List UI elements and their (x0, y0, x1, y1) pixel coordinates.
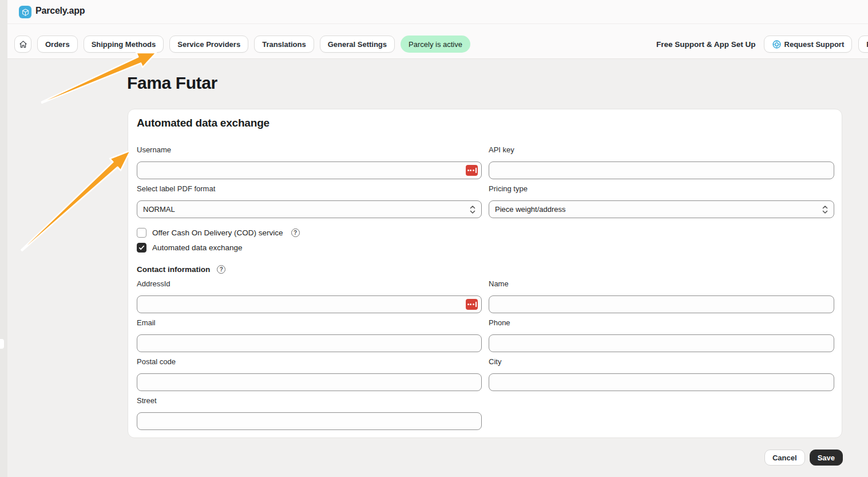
service-provider-settings-card: Automated data exchange Automated data e… (128, 109, 842, 438)
top-bar: Parcely.app Orders Shipping Methods Serv… (0, 0, 868, 59)
api-key-input[interactable] (489, 161, 834, 179)
cod-service-row: Offer Cash On Delivery (COD) service ? (137, 228, 300, 238)
automated-data-exchange-row: Automated data exchange (137, 243, 243, 253)
password-manager-autofill-icon[interactable] (466, 299, 478, 310)
home-button[interactable] (14, 36, 31, 53)
annotation-arrow (21, 151, 130, 251)
tab-translations[interactable]: Translations (254, 36, 314, 53)
tab-service-providers[interactable]: Service Providers (169, 36, 248, 53)
faq-button[interactable]: FAQ (858, 36, 868, 53)
postal-code-label: Postal code (137, 357, 176, 366)
request-support-button[interactable]: Request Support (764, 36, 853, 53)
postal-code-input[interactable] (137, 373, 482, 391)
cancel-button[interactable]: Cancel (764, 450, 805, 466)
username-label: Username (137, 145, 171, 154)
phone-label: Phone (489, 318, 510, 327)
pdf-format-label: Select label PDF format (137, 184, 215, 193)
contact-help-icon[interactable]: ? (217, 265, 225, 274)
api-key-label: API key (489, 145, 514, 154)
app-header: Parcely.app (0, 0, 868, 24)
cod-service-label: Offer Cash On Delivery (COD) service (152, 228, 283, 237)
street-input[interactable] (137, 412, 482, 430)
app-title: Parcely.app (35, 6, 85, 16)
parcely-logo-icon (19, 6, 31, 18)
pdf-format-select[interactable]: NORMAL (137, 200, 482, 218)
email-input[interactable] (137, 334, 482, 352)
address-id-input[interactable] (137, 295, 482, 313)
footer-actions: Cancel Save (764, 450, 843, 466)
city-label: City (489, 357, 501, 366)
chevron-up-down-icon (822, 205, 828, 216)
nav-right-group: Free Support & App Set Up Request Suppor… (656, 36, 868, 53)
cod-service-checkbox[interactable] (137, 228, 146, 238)
check-icon (138, 245, 145, 251)
contact-information-title: Contact information ? (137, 265, 225, 274)
main-nav: Orders Shipping Methods Service Provider… (14, 36, 470, 53)
pricing-type-select[interactable]: Piece weight/address (489, 200, 834, 218)
name-label: Name (489, 279, 509, 288)
street-label: Street (137, 396, 157, 405)
request-support-label: Request Support (784, 40, 845, 49)
tab-orders[interactable]: Orders (37, 36, 78, 53)
lifebuoy-icon (772, 40, 782, 49)
address-id-label: AddressId (137, 279, 171, 288)
status-badge: Parcely is active (401, 36, 470, 53)
home-icon (19, 40, 27, 49)
name-input[interactable] (489, 295, 834, 313)
phone-input[interactable] (489, 334, 834, 352)
cod-help-icon[interactable]: ? (291, 228, 300, 237)
chevron-up-down-icon (470, 205, 475, 216)
city-input[interactable] (489, 373, 834, 391)
pdf-format-value: NORMAL (143, 205, 175, 214)
save-button[interactable]: Save (810, 450, 843, 466)
page-title: Fama Futar (127, 73, 217, 93)
pricing-type-value: Piece weight/address (495, 205, 566, 214)
pricing-type-label: Pricing type (489, 184, 528, 193)
free-support-text: Free Support & App Set Up (656, 40, 756, 49)
tab-shipping-methods[interactable]: Shipping Methods (84, 36, 164, 53)
app-window: Parcely.app Orders Shipping Methods Serv… (0, 0, 868, 477)
automated-data-exchange-label: Automated data exchange (152, 243, 243, 252)
contact-information-text: Contact information (137, 265, 210, 274)
password-manager-autofill-icon[interactable] (466, 165, 478, 176)
section-title: Automated data exchange (137, 117, 269, 129)
email-label: Email (137, 318, 156, 327)
tab-general-settings[interactable]: General Settings (320, 36, 395, 53)
left-edge-handle[interactable] (0, 339, 4, 349)
automated-data-exchange-checkbox[interactable] (137, 243, 146, 253)
left-edge-strip (0, 0, 7, 477)
username-input[interactable] (137, 161, 482, 179)
